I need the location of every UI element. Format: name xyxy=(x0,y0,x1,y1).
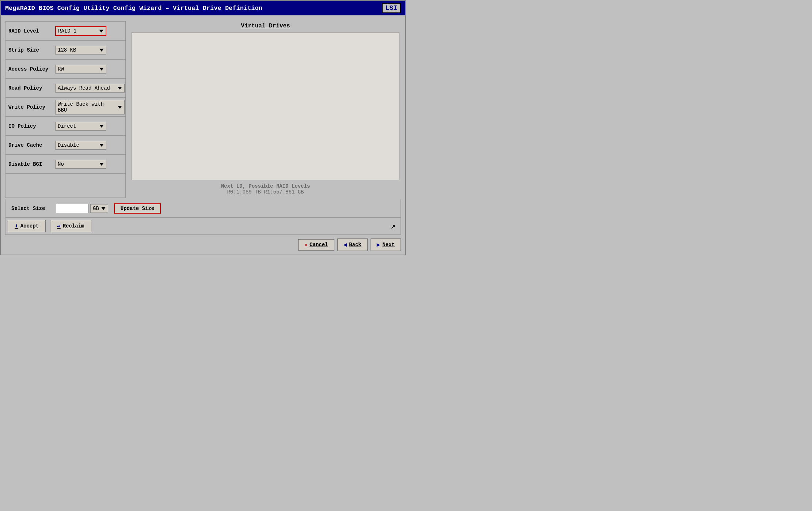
strip-size-dropdown[interactable]: 128 KB xyxy=(55,46,106,55)
back-arrow-icon: ◀ xyxy=(344,241,347,248)
drive-cache-arrow-icon xyxy=(99,144,104,147)
title-text: MegaRAID BIOS Config Utility Config Wiza… xyxy=(5,5,262,12)
access-policy-row: Access Policy RW xyxy=(5,60,125,79)
io-policy-label: IO Policy xyxy=(5,122,53,131)
cancel-x-icon: ✕ xyxy=(304,242,307,248)
cancel-button[interactable]: ✕ Cancel xyxy=(298,239,334,251)
write-policy-value: Write Back with BBU xyxy=(58,101,115,113)
back-label: Back xyxy=(349,242,361,248)
read-policy-arrow-icon xyxy=(118,87,122,90)
drive-cache-label: Drive Cache xyxy=(5,141,53,150)
update-size-button[interactable]: Update Size xyxy=(114,203,161,214)
strip-size-label: Strip Size xyxy=(5,46,53,55)
virtual-drives-info: Next LD, Possible RAID Levels R0:1.089 T… xyxy=(130,180,401,198)
accept-label: Accept xyxy=(20,223,39,229)
virtual-drives-title: Virtual Drives xyxy=(130,21,401,32)
raid-level-arrow-icon xyxy=(99,30,103,33)
cursor-icon: ↗ xyxy=(391,221,395,231)
drive-cache-control: Disable xyxy=(53,140,125,150)
strip-size-arrow-icon xyxy=(99,49,104,52)
drive-cache-dropdown[interactable]: Disable xyxy=(55,141,106,150)
nav-row: ✕ Cancel ◀ Back ▶ Next xyxy=(1,235,405,255)
read-policy-control: Always Read Ahead xyxy=(53,83,127,93)
write-policy-row: Write Policy Write Back with BBU xyxy=(5,98,125,117)
io-policy-dropdown[interactable]: Direct xyxy=(55,122,106,131)
disable-bgi-value: No xyxy=(58,161,64,167)
raid-level-row: RAID Level RAID 1 xyxy=(5,22,125,41)
next-button[interactable]: ▶ Next xyxy=(371,238,401,251)
strip-size-row: Strip Size 128 KB xyxy=(5,41,125,60)
disable-bgi-dropdown[interactable]: No xyxy=(55,160,106,169)
strip-size-control: 128 KB xyxy=(53,45,125,55)
disable-bgi-arrow-icon xyxy=(99,163,104,166)
read-policy-label: Read Policy xyxy=(5,84,53,93)
raid-level-value: RAID 1 xyxy=(58,28,76,34)
raid-info: R0:1.089 TB R1:557.861 GB xyxy=(130,189,401,195)
gb-label: GB xyxy=(93,206,99,211)
title-bar: MegaRAID BIOS Config Utility Config Wiza… xyxy=(1,1,405,15)
raid-level-dropdown[interactable]: RAID 1 xyxy=(55,26,106,36)
read-policy-value: Always Read Ahead xyxy=(58,85,110,91)
read-policy-row: Read Policy Always Read Ahead xyxy=(5,79,125,98)
reclaim-arrow-icon: ↩ xyxy=(57,222,61,230)
form-container: RAID Level RAID 1 Strip Size 128 KB xyxy=(5,21,126,198)
gb-arrow-icon xyxy=(101,207,106,210)
io-policy-value: Direct xyxy=(58,123,76,129)
disable-bgi-row: Disable BGI No xyxy=(5,155,125,174)
access-policy-label: Access Policy xyxy=(5,65,53,74)
access-policy-arrow-icon xyxy=(99,68,104,71)
disable-bgi-label: Disable BGI xyxy=(5,160,53,169)
action-row: ⬇ Accept ↩ Reclaim ↗ xyxy=(5,218,401,235)
drive-cache-row: Drive Cache Disable xyxy=(5,136,125,155)
access-policy-dropdown[interactable]: RW xyxy=(55,65,106,74)
io-policy-arrow-icon xyxy=(99,125,104,128)
write-policy-control: Write Back with BBU xyxy=(53,99,127,115)
io-policy-row: IO Policy Direct xyxy=(5,117,125,136)
next-ld-label: Next LD, Possible RAID Levels xyxy=(130,183,401,189)
virtual-drives-panel: Virtual Drives Next LD, Possible RAID Le… xyxy=(130,21,401,198)
write-policy-dropdown[interactable]: Write Back with BBU xyxy=(55,100,125,114)
select-size-row: Select Size GB Update Size xyxy=(5,199,401,218)
cancel-label: Cancel xyxy=(310,242,328,248)
write-policy-arrow-icon xyxy=(118,106,122,109)
raid-level-control: RAID 1 xyxy=(53,26,125,37)
accept-button[interactable]: ⬇ Accept xyxy=(8,220,46,232)
select-size-input[interactable] xyxy=(56,204,89,213)
access-policy-control: RW xyxy=(53,64,125,74)
lsi-badge: LSI xyxy=(382,3,401,13)
gb-dropdown[interactable]: GB xyxy=(90,204,108,213)
back-button[interactable]: ◀ Back xyxy=(337,238,368,251)
reclaim-label: Reclaim xyxy=(63,223,84,229)
accept-arrow-icon: ⬇ xyxy=(15,222,18,230)
disable-bgi-control: No xyxy=(53,159,125,169)
read-policy-dropdown[interactable]: Always Read Ahead xyxy=(55,84,125,93)
io-policy-control: Direct xyxy=(53,121,125,131)
strip-size-value: 128 KB xyxy=(58,47,76,53)
virtual-drives-display xyxy=(132,32,399,180)
reclaim-button[interactable]: ↩ Reclaim xyxy=(50,220,91,232)
next-label: Next xyxy=(382,242,395,248)
write-policy-label: Write Policy xyxy=(5,103,53,112)
select-size-label: Select Size xyxy=(8,206,56,211)
raid-level-label: RAID Level xyxy=(5,27,53,35)
next-arrow-icon: ▶ xyxy=(377,241,380,248)
drive-cache-value: Disable xyxy=(58,142,79,148)
access-policy-value: RW xyxy=(58,66,64,72)
